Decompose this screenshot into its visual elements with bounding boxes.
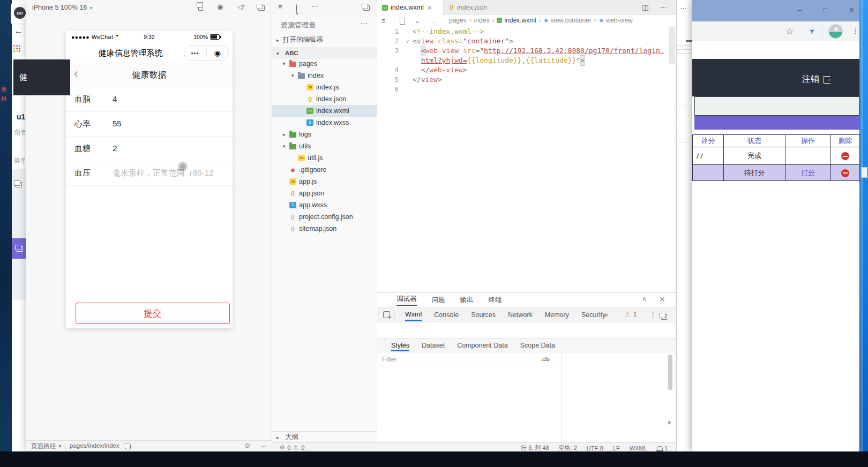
field-value[interactable]: 2	[113, 144, 117, 153]
kebab-menu-icon[interactable]: ⋮	[649, 311, 656, 319]
tree-item-project.config.json[interactable]: project.config.json	[272, 211, 377, 223]
eol-type[interactable]: LF	[613, 445, 620, 451]
avatar[interactable]	[828, 24, 843, 39]
tab-index-wxml[interactable]: index.wxml ×	[377, 0, 444, 15]
tab-console[interactable]: Console	[434, 311, 459, 319]
more-icon[interactable]: ⋯	[660, 3, 667, 11]
project-section[interactable]: ▾ABC	[272, 47, 377, 59]
browser-back-icon[interactable]: ←	[14, 26, 23, 36]
list-icon[interactable]: ≡	[278, 3, 282, 11]
list-icon[interactable]: ≡	[381, 17, 385, 25]
sidebar-item-active[interactable]	[12, 238, 26, 259]
code-line[interactable]: 1<!--index.wxml-->	[377, 27, 669, 36]
minimize-button[interactable]: ─	[797, 6, 802, 14]
filter-input[interactable]: Filter	[382, 356, 397, 363]
breadcrumb-item[interactable]: pages	[449, 17, 467, 24]
tab-styles[interactable]: Styles	[391, 339, 409, 351]
multi-window-icon[interactable]	[258, 5, 265, 12]
delete-icon[interactable]	[841, 152, 849, 160]
windows-taskbar[interactable]	[0, 451, 868, 467]
debugger-scrollbar[interactable]	[668, 355, 672, 390]
window-copy-icon[interactable]	[16, 182, 22, 187]
mute-icon[interactable]: ◁✕	[237, 3, 246, 12]
code-line[interactable]: 3 <web-view src="http://192.168.3.42:808…	[377, 46, 669, 56]
apps-grid-icon[interactable]	[13, 45, 15, 47]
tree-item-sitemap.json[interactable]: sitemap.json	[272, 223, 377, 235]
indentation[interactable]: 空格: 2	[559, 444, 577, 452]
search-icon[interactable]	[296, 5, 297, 12]
extension-bird-icon[interactable]: ➤	[807, 26, 817, 35]
field-value[interactable]: 毫米汞柱，正常范围（80-12	[113, 168, 228, 178]
more-icon[interactable]: ⋯	[260, 442, 267, 450]
breadcrumb-item[interactable]: web-view	[606, 17, 633, 24]
cursor-position[interactable]: 行 3, 列 48	[521, 444, 549, 452]
tab-component-data[interactable]: Component Data	[457, 342, 508, 349]
back-icon[interactable]: ←	[415, 17, 421, 25]
tab-dataset[interactable]: Dataset	[422, 342, 445, 349]
code-line[interactable]: html?yhjwd={{longitude}},{{latitude}}">	[377, 56, 669, 65]
record-icon[interactable]: ◉	[217, 3, 223, 11]
collapse-icon[interactable]: ∧	[642, 295, 647, 303]
editor-scrollbar[interactable]	[669, 27, 675, 64]
breadcrumb-item[interactable]: index	[474, 17, 490, 24]
more-icon[interactable]: ⋯	[361, 19, 368, 27]
tab-memory[interactable]: Memory	[545, 311, 569, 319]
code-line[interactable]: 6	[377, 85, 669, 94]
score-link[interactable]: 打分	[801, 169, 815, 177]
tab-network[interactable]: Network	[508, 311, 533, 319]
code-line[interactable]: 4 </web-view>	[377, 65, 669, 75]
exit-miniprogram-button[interactable]: ◉	[207, 49, 229, 57]
maximize-button[interactable]: □	[823, 6, 827, 14]
tree-item-.gitignore[interactable]: .gitignore	[272, 164, 377, 176]
tab-wxml[interactable]: Wxml	[405, 308, 422, 321]
bookmark-star-icon[interactable]: ☆	[785, 26, 794, 37]
more-menu-button[interactable]: •••	[184, 50, 206, 56]
close-icon[interactable]: ×	[428, 4, 432, 12]
close-icon[interactable]: ✕	[659, 295, 665, 304]
dock-icon[interactable]	[661, 312, 667, 322]
tab-终端[interactable]: 终端	[489, 296, 502, 305]
scroll-down-icon[interactable]: ▼	[667, 420, 672, 426]
outline-section[interactable]: ▸大纲	[272, 431, 377, 443]
tree-item-app.json[interactable]: app.json	[272, 187, 377, 199]
warning-icon[interactable]: ⚠	[625, 311, 631, 318]
open-editors-section[interactable]: ▸打开的编辑器	[276, 35, 323, 44]
encoding[interactable]: UTF-8	[587, 445, 603, 451]
tree-item-logs[interactable]: ▸logs	[272, 129, 377, 140]
inspect-element-icon[interactable]	[383, 311, 390, 318]
tree-item-index.wxss[interactable]: index.wxss	[272, 117, 377, 129]
bookmark-icon[interactable]	[400, 18, 405, 26]
tab-调试器[interactable]: 调试器	[396, 295, 417, 306]
code-editor[interactable]: 1<!--index.wxml-->2∨<view class="contain…	[377, 27, 669, 94]
tree-item-util.js[interactable]: util.js	[272, 152, 377, 164]
tree-item-utils[interactable]: ▾utils	[272, 140, 377, 152]
logout-button[interactable]: 注销	[802, 74, 830, 85]
tree-item-pages[interactable]: ▾pages	[272, 58, 377, 70]
language-mode[interactable]: WXML	[630, 445, 647, 451]
layout-icon[interactable]	[363, 5, 370, 12]
eye-icon[interactable]: ⊙	[244, 441, 250, 449]
breadcrumb-item[interactable]: index.wxml	[504, 17, 536, 24]
tab-问题[interactable]: 问题	[432, 296, 445, 305]
split-editor-icon[interactable]: ◫	[642, 3, 648, 11]
tree-item-index.js[interactable]: index.js	[272, 81, 377, 93]
close-button[interactable]: ✕	[849, 6, 855, 14]
tab-输出[interactable]: 输出	[460, 296, 474, 305]
tab-sources[interactable]: Sources	[471, 311, 496, 319]
tab-overflow-icon[interactable]: »	[604, 311, 608, 319]
more-icon[interactable]: ⋯	[311, 3, 318, 10]
page-path-value[interactable]: pages/index/index	[70, 442, 119, 449]
tab-index-json[interactable]: index.json	[444, 0, 497, 15]
kebab-menu-icon[interactable]: ⋮	[852, 27, 859, 35]
tree-item-index.wxml[interactable]: index.wxml	[272, 105, 377, 117]
tab-security[interactable]: Security	[581, 311, 605, 319]
tree-item-app.wxss[interactable]: app.wxss	[272, 199, 377, 211]
device-selector[interactable]: iPhone 5 100% 16▼	[32, 4, 93, 11]
cls-toggle-button[interactable]: .cls	[541, 356, 550, 362]
tab-scope-data[interactable]: Scope Data	[520, 342, 555, 349]
delete-icon[interactable]	[841, 169, 849, 177]
code-line[interactable]: 5</view>	[377, 75, 669, 85]
device-frame-icon[interactable]	[198, 4, 203, 12]
field-value[interactable]: 4	[113, 94, 117, 103]
tree-item-app.js[interactable]: app.js	[272, 176, 377, 187]
